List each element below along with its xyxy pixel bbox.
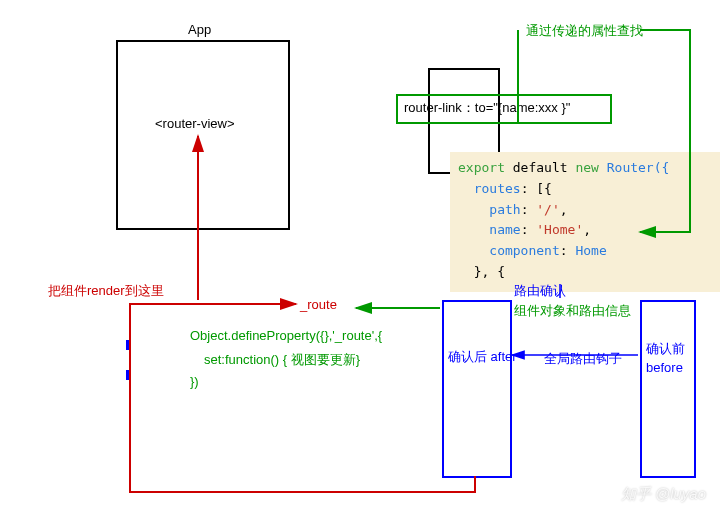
before-box: [640, 300, 696, 478]
route-confirm: 路由确认: [514, 282, 566, 300]
comp-route-info: 组件对象和路由信息: [514, 302, 631, 320]
after-box: [442, 300, 512, 478]
code-block: export default new Router({ routes: [{ p…: [450, 152, 720, 292]
router-view-text: <router-view>: [155, 116, 234, 131]
lookup-by-prop: 通过传递的属性查找: [526, 22, 643, 40]
define-prop-1: Object.defineProperty({},'_route',{: [190, 328, 382, 343]
tick-2: [126, 370, 130, 380]
app-box: [116, 40, 290, 230]
global-hook: 全局路由钩子: [544, 350, 622, 368]
tick-1: [126, 340, 130, 350]
render-here: 把组件render到这里: [48, 282, 164, 300]
define-prop-3: }): [190, 374, 199, 389]
define-prop-2: set:function() { 视图要更新}: [204, 351, 360, 369]
watermark: 知乎 @luyao: [621, 485, 706, 504]
app-title: App: [188, 22, 211, 37]
route-label: _route: [300, 297, 337, 312]
router-link-text: router-link：to="{name:xxx }": [404, 99, 570, 117]
